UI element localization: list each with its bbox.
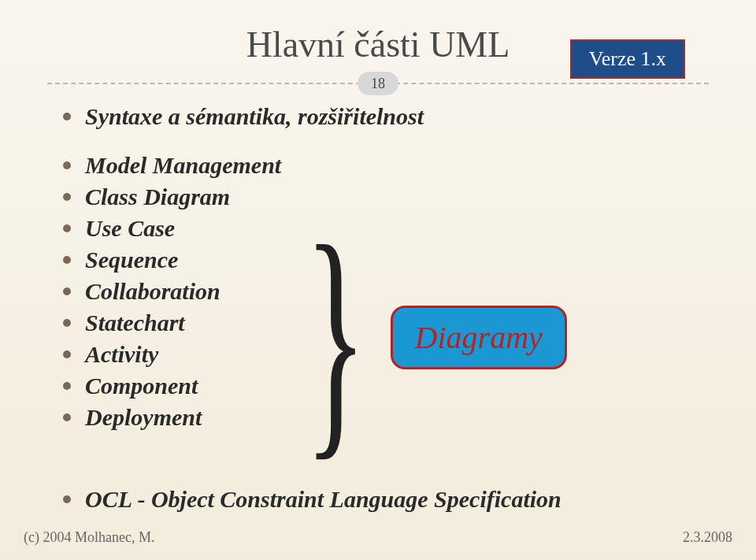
slide: Hlavní části UML Verze 1.x 18 Syntaxe a … bbox=[0, 0, 756, 560]
list-item: Sequence bbox=[63, 247, 281, 273]
item-text: Sequence bbox=[85, 247, 178, 273]
list-item: Model Management bbox=[63, 152, 281, 179]
item-text: Deployment bbox=[85, 404, 202, 431]
item-list: Model Management Class Diagram Use Case … bbox=[47, 152, 281, 436]
item-text: Statechart bbox=[85, 310, 185, 336]
list-item: Component bbox=[63, 373, 281, 399]
item-text: Activity bbox=[85, 341, 158, 368]
item-text: Component bbox=[85, 373, 198, 399]
list-item: Deployment bbox=[63, 404, 281, 431]
bullet-icon bbox=[63, 319, 71, 327]
bullet-icon bbox=[63, 256, 71, 264]
diagram-label-box: Diagramy bbox=[391, 306, 567, 369]
bullet-icon bbox=[63, 113, 71, 121]
item-text: Class Diagram bbox=[85, 184, 230, 210]
slide-title: Hlavní části UML bbox=[246, 24, 510, 65]
bullet-icon bbox=[63, 414, 71, 421]
bullet-icon bbox=[63, 224, 71, 232]
bullet-icon bbox=[63, 495, 71, 503]
subtitle-text: Syntaxe a sémantika, rozšiřitelnost bbox=[85, 103, 424, 130]
footer-left: (c) 2004 Molhanec, M. bbox=[24, 529, 154, 546]
version-badge: Verze 1.x bbox=[570, 39, 685, 79]
bottom-item: OCL - Object Constraint Language Specifi… bbox=[47, 486, 709, 513]
list-item: Use Case bbox=[63, 215, 281, 242]
content-row: Model Management Class Diagram Use Case … bbox=[47, 152, 709, 467]
list-item: Statechart bbox=[63, 310, 281, 336]
diagram-callout: } Diagramy bbox=[297, 207, 567, 467]
bullet-icon bbox=[63, 382, 71, 390]
footer-right: 2.3.2008 bbox=[683, 529, 732, 546]
brace-icon: } bbox=[305, 207, 367, 467]
item-text: Model Management bbox=[85, 152, 281, 179]
bullet-icon bbox=[63, 193, 71, 201]
bullet-icon bbox=[63, 287, 71, 295]
subtitle-item: Syntaxe a sémantika, rozšiřitelnost bbox=[47, 103, 709, 130]
slide-number: 18 bbox=[358, 72, 398, 95]
title-row: Hlavní části UML Verze 1.x bbox=[47, 24, 709, 65]
list-item: Collaboration bbox=[63, 278, 281, 305]
list-item: Class Diagram bbox=[63, 184, 281, 210]
item-text: Use Case bbox=[85, 215, 175, 242]
bottom-text: OCL - Object Constraint Language Specifi… bbox=[85, 486, 561, 513]
footer: (c) 2004 Molhanec, M. 2.3.2008 bbox=[24, 529, 732, 546]
list-item: Activity bbox=[63, 341, 281, 368]
item-text: Collaboration bbox=[85, 278, 220, 305]
bullet-icon bbox=[63, 350, 71, 358]
bullet-icon bbox=[63, 161, 71, 169]
